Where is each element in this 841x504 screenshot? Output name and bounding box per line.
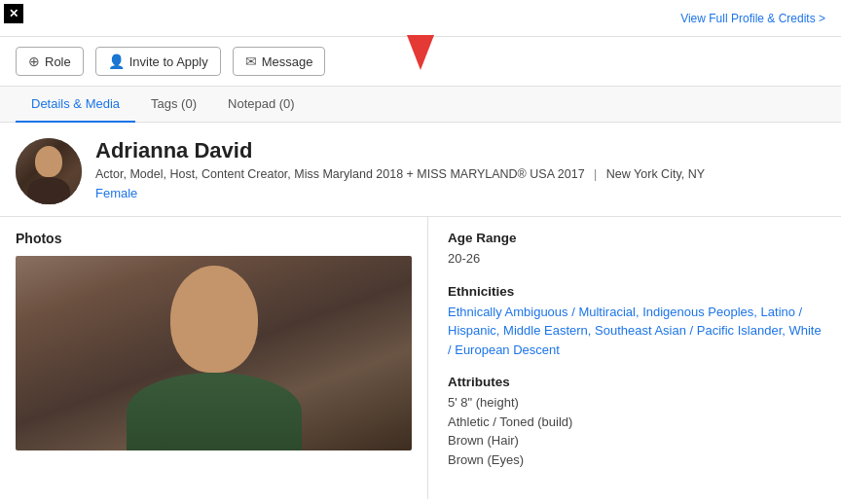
ethnicities-group: Ethnicities Ethnically Ambiguous / Multi… — [448, 284, 822, 360]
attributes-group: Attributes 5' 8" (height) Athletic / Ton… — [448, 375, 822, 469]
profile-header: Adrianna David Actor, Model, Host, Conte… — [0, 123, 841, 217]
attributes-label: Attributes — [448, 375, 822, 389]
person-icon: 👤 — [108, 54, 125, 69]
age-range-label: Age Range — [448, 231, 822, 245]
profile-gender: Female — [95, 184, 825, 203]
message-label: Message — [262, 54, 313, 69]
tab-details-media[interactable]: Details & Media — [16, 87, 135, 123]
age-range-group: Age Range 20-26 — [448, 231, 822, 269]
attribute-build: Athletic / Toned (build) — [448, 413, 822, 432]
tab-tags[interactable]: Tags (0) — [135, 87, 212, 123]
arrow-down-icon — [407, 35, 434, 70]
message-button[interactable]: ✉ Message — [233, 47, 326, 76]
attribute-eyes: Brown (Eyes) — [448, 450, 822, 470]
ethnicities-value: Ethnically Ambiguous / Multiracial, Indi… — [448, 303, 822, 360]
tab-notepad[interactable]: Notepad (0) — [212, 87, 311, 123]
avatar-image — [16, 138, 82, 204]
photos-section: Photos — [0, 217, 428, 499]
envelope-icon: ✉ — [245, 54, 257, 69]
role-label: Role — [45, 54, 71, 69]
main-content: Photos Age Range 20-26 Ethnicities Ethni… — [0, 217, 841, 499]
profile-info: Adrianna David Actor, Model, Host, Conte… — [95, 138, 825, 203]
action-toolbar: ⊕ Role 👤 Invite to Apply ✉ Message — [0, 37, 841, 87]
invite-label: Invite to Apply — [129, 54, 208, 69]
close-button[interactable]: ✕ — [4, 4, 23, 23]
top-bar: View Full Profile & Credits > — [0, 0, 841, 37]
profile-name: Adrianna David — [95, 138, 825, 163]
profile-roles: Actor, Model, Host, Content Creator, Mis… — [95, 167, 825, 181]
ethnicities-label: Ethnicities — [448, 284, 822, 299]
tabs-bar: Details & Media Tags (0) Notepad (0) — [0, 87, 841, 123]
age-range-value: 20-26 — [448, 249, 822, 269]
attribute-height: 5' 8" (height) — [448, 393, 822, 413]
photos-section-title: Photos — [16, 231, 412, 246]
invite-to-apply-button[interactable]: 👤 Invite to Apply — [95, 47, 221, 76]
attribute-hair: Brown (Hair) — [448, 431, 822, 450]
view-full-profile-link[interactable]: View Full Profile & Credits > — [680, 12, 825, 25]
avatar — [16, 138, 82, 204]
details-section: Age Range 20-26 Ethnicities Ethnically A… — [428, 217, 841, 499]
role-button[interactable]: ⊕ Role — [16, 47, 84, 76]
close-icon: ✕ — [9, 8, 18, 19]
arrow-indicator — [407, 35, 434, 70]
plus-icon: ⊕ — [28, 54, 40, 69]
profile-photo — [16, 256, 412, 450]
